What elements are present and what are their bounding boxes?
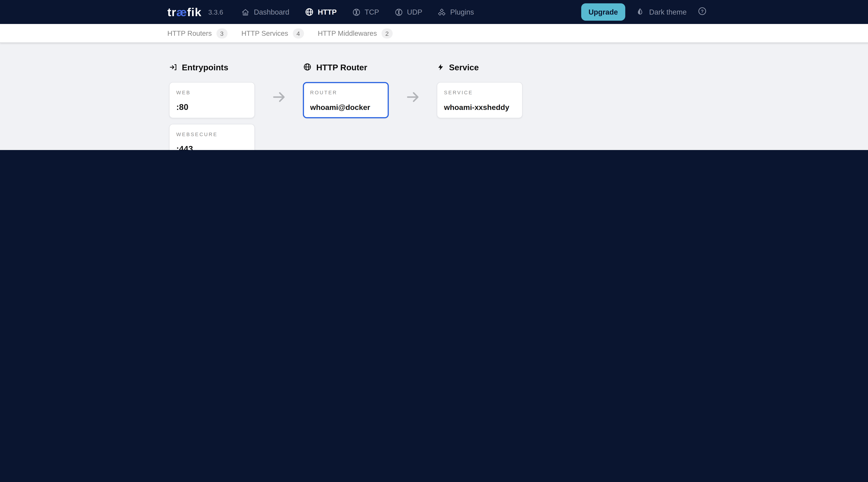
help-button[interactable]: ?	[697, 6, 707, 18]
service-card[interactable]: SERVICE whoami-xxsheddy	[437, 82, 523, 118]
nav-item-http[interactable]: HTTP	[304, 7, 337, 17]
dark-theme-label: Dark theme	[649, 8, 687, 16]
cubes-icon	[437, 7, 446, 16]
card-label: WEBSECURE	[176, 131, 248, 137]
service-column: Service SERVICE whoami-xxsheddy	[437, 62, 523, 150]
nav-label: HTTP	[318, 8, 337, 16]
home-icon	[241, 7, 250, 16]
nav-label: Plugins	[450, 8, 474, 16]
top-navbar: træfik 3.3.6 Dashboard	[0, 0, 868, 24]
version-label: 3.3.6	[208, 8, 223, 16]
routing-flow: Entrypoints WEB :80 WEBSECURE :443	[169, 62, 706, 150]
nav-item-udp[interactable]: UDP	[394, 7, 422, 16]
http-subnav: HTTP Routers 3 HTTP Services 4 HTTP Midd…	[0, 24, 868, 43]
router-column: HTTP Router ROUTER whoami@docker	[303, 62, 389, 150]
card-value: whoami-xxsheddy	[444, 103, 516, 112]
socket-icon	[352, 7, 361, 16]
card-value: :80	[176, 102, 248, 112]
card-label: ROUTER	[310, 90, 381, 95]
tab-http-middlewares[interactable]: HTTP Middlewares 2	[318, 28, 393, 38]
flow-arrow	[255, 62, 303, 150]
count-badge: 3	[216, 28, 227, 38]
card-value: :443	[176, 144, 248, 150]
tab-http-routers[interactable]: HTTP Routers 3	[167, 28, 227, 38]
http-router-header: HTTP Router	[303, 62, 389, 71]
entrypoints-header: Entrypoints	[169, 62, 255, 71]
router-card[interactable]: ROUTER whoami@docker	[303, 82, 389, 118]
arrow-right-icon	[272, 90, 286, 104]
dark-theme-toggle[interactable]: Dark theme	[636, 6, 687, 18]
section-title: HTTP Router	[316, 62, 367, 72]
droplet-icon	[636, 6, 644, 18]
svg-text:?: ?	[701, 8, 704, 13]
traefik-dashboard: træfik 3.3.6 Dashboard	[0, 0, 868, 150]
logo-text: tr	[167, 5, 176, 18]
traefik-logo[interactable]: træfik	[167, 5, 202, 19]
logo-ae: æ	[176, 5, 187, 18]
nav-label: Dashboard	[254, 8, 289, 16]
main-nav: Dashboard HTTP TCP	[241, 7, 474, 17]
globe-icon	[304, 7, 314, 17]
upgrade-button[interactable]: Upgrade	[581, 3, 625, 21]
entrypoints-column: Entrypoints WEB :80 WEBSECURE :443	[169, 62, 255, 150]
tab-http-services[interactable]: HTTP Services 4	[242, 28, 304, 38]
socket-icon	[394, 7, 403, 16]
nav-item-plugins[interactable]: Plugins	[437, 7, 474, 16]
card-label: WEB	[176, 90, 248, 95]
card-label: SERVICE	[444, 90, 516, 95]
service-header: Service	[437, 62, 523, 71]
bolt-icon	[437, 63, 444, 71]
section-title: Service	[449, 62, 479, 72]
main-content: Entrypoints WEB :80 WEBSECURE :443	[169, 62, 706, 150]
entrypoint-card-web[interactable]: WEB :80	[169, 82, 255, 118]
section-title: Entrypoints	[182, 62, 228, 72]
arrow-right-icon	[406, 90, 420, 104]
tab-label: HTTP Middlewares	[318, 29, 377, 37]
card-value: whoami@docker	[310, 103, 381, 112]
tab-label: HTTP Services	[242, 29, 288, 37]
logo-text: fik	[187, 5, 202, 18]
entrypoint-card-websecure[interactable]: WEBSECURE :443	[169, 124, 255, 150]
sign-in-icon	[169, 63, 178, 71]
flow-arrow	[389, 62, 437, 150]
nav-item-dashboard[interactable]: Dashboard	[241, 7, 289, 16]
count-badge: 4	[293, 28, 304, 38]
question-icon: ?	[697, 6, 707, 18]
nav-label: UDP	[407, 8, 422, 16]
nav-label: TCP	[365, 8, 379, 16]
globe-icon	[303, 62, 312, 71]
count-badge: 2	[381, 28, 393, 38]
nav-item-tcp[interactable]: TCP	[352, 7, 379, 16]
tab-label: HTTP Routers	[167, 29, 212, 37]
